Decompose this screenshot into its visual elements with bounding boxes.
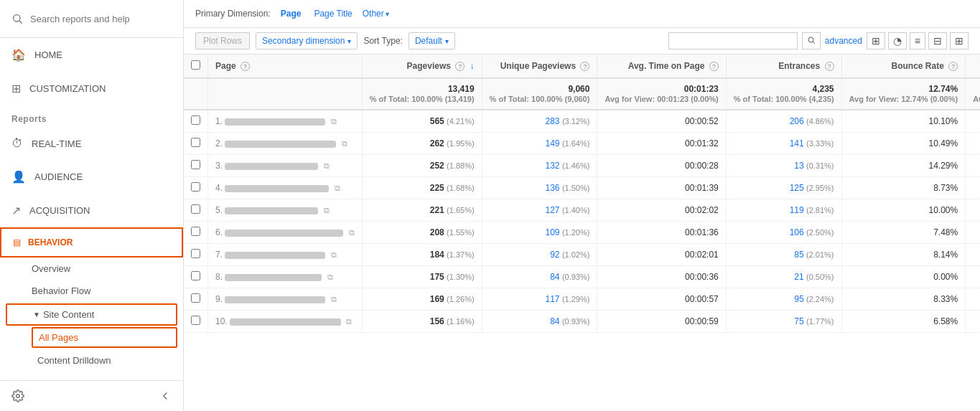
pageviews-pct: (1.37%) bbox=[447, 250, 475, 259]
sidebar-item-realtime[interactable]: ⏱ REAL-TIME bbox=[0, 127, 183, 160]
copy-link-icon[interactable]: ⧉ bbox=[331, 250, 337, 259]
sidebar-item-audience[interactable]: 👤 AUDIENCE bbox=[0, 160, 183, 194]
all-pages-label: All Pages bbox=[39, 332, 78, 343]
sidebar-navigation: 🏠 HOME ⊞ CUSTOMIZATION Reports ⏱ REAL-TI… bbox=[0, 38, 183, 380]
sidebar-item-overview[interactable]: Overview bbox=[0, 258, 183, 280]
col-pageviews[interactable]: Pageviews ? ↓ bbox=[362, 55, 482, 78]
row-checkbox[interactable] bbox=[191, 160, 200, 169]
sidebar-item-all-pages[interactable]: All Pages bbox=[32, 327, 177, 348]
bounce-rate-value: 7.48% bbox=[933, 227, 958, 237]
page-help-icon[interactable]: ? bbox=[241, 62, 250, 71]
secondary-dim-chevron-icon: ▾ bbox=[347, 37, 351, 45]
sort-type-label: Sort Type: bbox=[363, 36, 402, 46]
row-checkbox[interactable] bbox=[191, 115, 200, 125]
entrances-value: 106 bbox=[790, 227, 804, 237]
row-number: 5. bbox=[215, 205, 223, 215]
sidebar-item-behavior-flow[interactable]: Behavior Flow bbox=[0, 280, 183, 302]
unique-pageviews-help-icon[interactable]: ? bbox=[580, 62, 589, 71]
sidebar-item-site-content[interactable]: ▼ Site Content bbox=[6, 303, 177, 326]
chevron-down-icon: ▼ bbox=[33, 311, 40, 318]
collapse-sidebar-icon[interactable] bbox=[159, 389, 172, 402]
row-checkbox[interactable] bbox=[191, 204, 200, 214]
table-header-row: Page ? Pageviews ? ↓ Unique Pageviews ? … bbox=[184, 55, 980, 78]
page-url bbox=[225, 141, 336, 148]
copy-link-icon[interactable]: ⧉ bbox=[349, 228, 355, 237]
pageviews-pct: (4.21%) bbox=[447, 117, 475, 126]
pageviews-value: 565 bbox=[430, 116, 444, 126]
page-url bbox=[225, 274, 322, 281]
dimension-other-button[interactable]: Other ▾ bbox=[363, 9, 389, 19]
advanced-link[interactable]: advanced bbox=[825, 36, 862, 46]
row-number: 10. bbox=[215, 316, 228, 326]
dimension-page-title-button[interactable]: Page Title bbox=[311, 7, 355, 20]
avg-time-value: 00:00:36 bbox=[685, 272, 719, 282]
copy-link-icon[interactable]: ⧉ bbox=[331, 117, 337, 126]
row-checkbox[interactable] bbox=[191, 316, 200, 325]
copy-link-icon[interactable]: ⧉ bbox=[327, 273, 333, 281]
data-table: Page ? Pageviews ? ↓ Unique Pageviews ? … bbox=[184, 55, 980, 333]
row-checkbox[interactable] bbox=[191, 249, 200, 258]
row-number: 1. bbox=[215, 116, 223, 126]
col-unique-pageviews[interactable]: Unique Pageviews ? bbox=[482, 55, 597, 78]
entrances-pct: (2.24%) bbox=[806, 295, 834, 303]
copy-link-icon[interactable]: ⧉ bbox=[331, 295, 337, 303]
entrances-help-icon[interactable]: ? bbox=[825, 62, 834, 71]
entrances-value: 13 bbox=[794, 161, 803, 171]
search-icon bbox=[11, 13, 23, 24]
avg-time-value: 00:00:28 bbox=[685, 161, 719, 171]
col-bounce-rate[interactable]: Bounce Rate ? bbox=[841, 55, 966, 78]
pie-view-button[interactable]: ◔ bbox=[888, 32, 907, 49]
copy-link-icon[interactable]: ⧉ bbox=[324, 161, 330, 170]
copy-link-icon[interactable]: ⧉ bbox=[335, 184, 340, 192]
table-row: 8. ⧉ 175 (1.30%) 84 (0.93%) 00:00:36 21 … bbox=[184, 266, 980, 288]
pivot-view-button[interactable]: ⊞ bbox=[950, 32, 969, 49]
sidebar-item-home[interactable]: 🏠 HOME bbox=[0, 38, 183, 72]
entrances-pct: (3.33%) bbox=[806, 139, 834, 148]
unique-pageviews-value: 149 bbox=[546, 138, 560, 148]
table-search-button[interactable] bbox=[802, 32, 821, 49]
dimension-page-button[interactable]: Page bbox=[278, 7, 304, 20]
unique-pct: (1.02%) bbox=[562, 250, 590, 259]
compare-view-button[interactable]: ⊟ bbox=[928, 32, 947, 49]
select-all-checkbox[interactable] bbox=[191, 60, 200, 70]
copy-link-icon[interactable]: ⧉ bbox=[346, 317, 352, 326]
pageviews-value: 175 bbox=[430, 272, 444, 282]
plot-rows-button[interactable]: Plot Rows bbox=[195, 32, 250, 49]
avg-time-help-icon[interactable]: ? bbox=[709, 62, 719, 71]
table-search-input[interactable] bbox=[668, 32, 798, 49]
search-bar[interactable]: Search reports and help bbox=[0, 0, 183, 38]
page-url bbox=[225, 207, 318, 214]
row-checkbox[interactable] bbox=[191, 293, 200, 303]
bounce-rate-help-icon[interactable]: ? bbox=[948, 62, 958, 71]
row-checkbox[interactable] bbox=[191, 138, 200, 147]
unique-pageviews-value: 283 bbox=[546, 116, 560, 126]
col-exit[interactable]: % Exit ? bbox=[966, 55, 980, 78]
pageviews-help-icon[interactable]: ? bbox=[455, 62, 465, 71]
site-content-label: Site Content bbox=[43, 309, 95, 320]
grid-view-button[interactable]: ⊞ bbox=[867, 32, 885, 49]
gear-icon[interactable] bbox=[11, 389, 24, 402]
secondary-dimension-select[interactable]: Secondary dimension ▾ bbox=[256, 32, 358, 49]
svg-line-4 bbox=[813, 42, 815, 44]
pageviews-pct: (1.26%) bbox=[447, 295, 475, 303]
bar-view-button[interactable]: ≡ bbox=[910, 32, 925, 49]
row-checkbox[interactable] bbox=[191, 182, 200, 192]
entrances-pct: (0.50%) bbox=[806, 273, 834, 281]
sidebar-item-acquisition[interactable]: ↗ ACQUISITION bbox=[0, 194, 183, 227]
row-checkbox[interactable] bbox=[191, 271, 200, 280]
row-checkbox[interactable] bbox=[191, 227, 200, 236]
other-chevron-icon: ▾ bbox=[386, 10, 389, 18]
table-row: 6. ⧉ 208 (1.55%) 109 (1.20%) 00:01:36 10… bbox=[184, 222, 980, 244]
behavior-flow-label: Behavior Flow bbox=[32, 285, 90, 296]
copy-link-icon[interactable]: ⧉ bbox=[342, 139, 347, 148]
customization-icon: ⊞ bbox=[11, 82, 21, 95]
col-avg-time[interactable]: Avg. Time on Page ? bbox=[597, 55, 726, 78]
sidebar-item-customization[interactable]: ⊞ CUSTOMIZATION bbox=[0, 72, 183, 105]
sidebar-item-behavior[interactable]: ▤ BEHAVIOR bbox=[0, 227, 183, 258]
sidebar-item-content-drilldown[interactable]: Content Drilldown bbox=[0, 349, 183, 372]
col-entrances[interactable]: Entrances ? bbox=[726, 55, 841, 78]
entrances-pct: (0.31%) bbox=[806, 161, 834, 170]
sidebar-acquisition-label: ACQUISITION bbox=[29, 205, 90, 216]
copy-link-icon[interactable]: ⧉ bbox=[324, 206, 330, 214]
sort-default-select[interactable]: Default ▾ bbox=[409, 32, 455, 49]
